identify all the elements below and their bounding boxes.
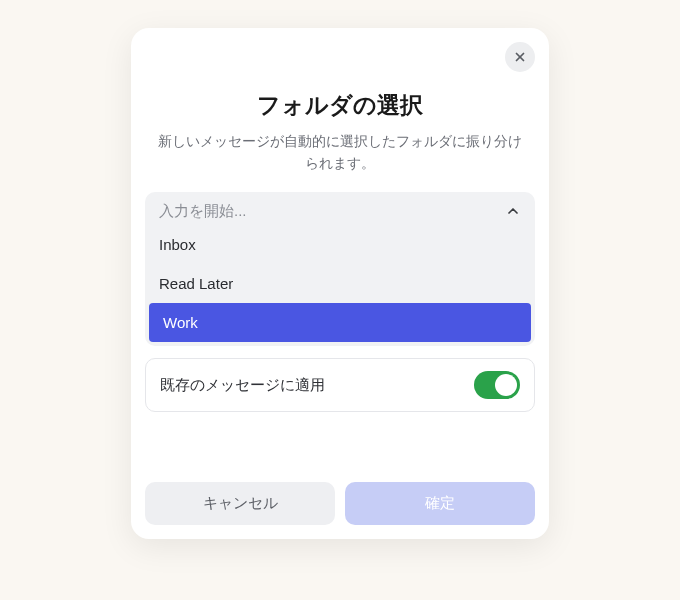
folder-option-inbox[interactable]: Inbox [145, 225, 535, 264]
combobox-input-row [145, 192, 535, 225]
close-icon [513, 50, 527, 64]
toggle-knob [495, 374, 517, 396]
confirm-button[interactable]: 確定 [345, 482, 535, 525]
chevron-up-icon[interactable] [505, 203, 521, 219]
folder-option-read-later[interactable]: Read Later [145, 264, 535, 303]
modal-title: フォルダの選択 [155, 90, 525, 121]
apply-existing-row: 既存のメッセージに適用 [145, 358, 535, 412]
cancel-button[interactable]: キャンセル [145, 482, 335, 525]
modal-header: フォルダの選択 新しいメッセージが自動的に選択したフォルダに振り分けられます。 [145, 44, 535, 192]
close-button[interactable] [505, 42, 535, 72]
apply-existing-toggle[interactable] [474, 371, 520, 399]
folder-option-work[interactable]: Work [149, 303, 531, 342]
modal-footer: キャンセル 確定 [145, 482, 535, 525]
folder-combobox[interactable]: Inbox Read Later Work [145, 192, 535, 346]
folder-search-input[interactable] [159, 202, 505, 219]
modal-subtitle: 新しいメッセージが自動的に選択したフォルダに振り分けられます。 [155, 131, 525, 174]
apply-existing-label: 既存のメッセージに適用 [160, 376, 325, 395]
folder-select-modal: フォルダの選択 新しいメッセージが自動的に選択したフォルダに振り分けられます。 … [131, 28, 549, 539]
